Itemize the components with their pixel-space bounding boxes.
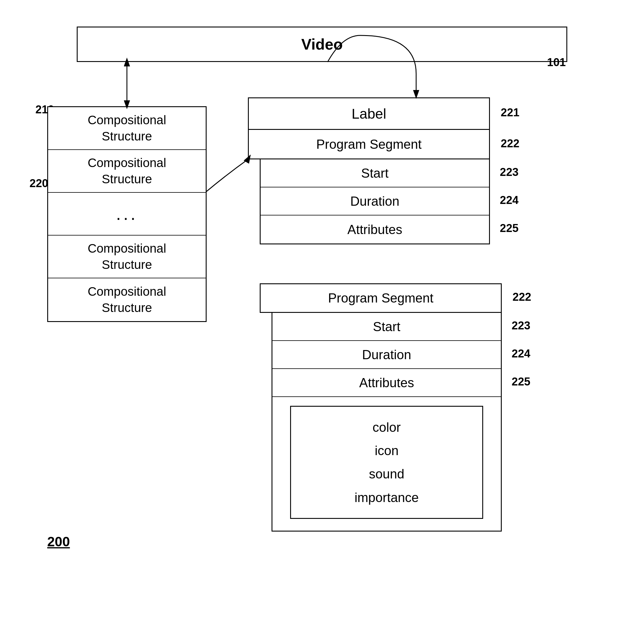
- cs-row-4: CompositionalStructure: [48, 278, 206, 321]
- ref-222-1: 222: [501, 137, 519, 150]
- attr-sound: sound: [297, 462, 476, 486]
- video-box: Video: [77, 27, 567, 62]
- cs-row-dots: ...: [48, 193, 206, 236]
- ref-221: 221: [501, 106, 519, 119]
- attr-importance: importance: [297, 486, 476, 509]
- cs-dots: ...: [116, 204, 138, 224]
- cs-text-1: CompositionalStructure: [88, 112, 166, 144]
- label-section: Label 221: [248, 97, 490, 130]
- ref-225-2: 225: [512, 375, 530, 388]
- ps2-duration: Duration: [362, 347, 411, 362]
- ps2-fields: Start 223 Duration 224 Attributes 225 co…: [272, 313, 502, 532]
- ps2-start: Start: [373, 319, 401, 334]
- ps2-header-wrapper: Program Segment 222: [260, 283, 502, 313]
- ref-222-2: 222: [513, 291, 531, 303]
- ref-223-1: 223: [500, 166, 519, 179]
- ps1-attributes: Attributes: [347, 222, 402, 237]
- cs-text-4: CompositionalStructure: [88, 284, 166, 316]
- right-structure: Label 221 Program Segment 222 Start 223 …: [248, 97, 490, 244]
- ref-220-label: 220: [30, 177, 48, 190]
- ps1-attributes-row: Attributes 225: [261, 215, 489, 243]
- cs-text-2: CompositionalStructure: [88, 155, 166, 187]
- attributes-list: color icon sound importance: [297, 416, 476, 509]
- attr-color: color: [297, 416, 476, 439]
- ps2-header-text: Program Segment: [328, 291, 433, 305]
- cs-row-1: CompositionalStructure: [48, 107, 206, 150]
- ref-224-1: 224: [500, 194, 519, 207]
- video-label: Video: [301, 35, 343, 53]
- ps1-header-text: Program Segment: [316, 137, 421, 152]
- attributes-inner-box: color icon sound importance: [290, 406, 483, 519]
- ps2-start-row: Start 223: [272, 313, 501, 341]
- ps2-header: Program Segment: [260, 283, 502, 313]
- ps2-attributes-header: Attributes: [272, 369, 501, 397]
- cs-row-2: CompositionalStructure: [48, 150, 206, 193]
- ref-223-2: 223: [512, 319, 530, 332]
- ref-225-1: 225: [500, 222, 519, 235]
- ref-200-label: 200: [47, 534, 70, 550]
- ref-101: 101: [547, 56, 566, 69]
- diagram: Video 101 210 220 CompositionalStructure…: [18, 18, 626, 626]
- cs-row-3: CompositionalStructure: [48, 236, 206, 278]
- ref-224-2: 224: [512, 347, 530, 360]
- ps1-duration: Duration: [350, 194, 399, 209]
- ps2-block: Program Segment 222 Start 223 Duration 2…: [260, 283, 502, 532]
- ps2-attributes-section: Attributes 225 color icon sound importan…: [272, 369, 501, 519]
- cs-text-3: CompositionalStructure: [88, 241, 166, 273]
- ps1-duration-row: Duration 224: [261, 187, 489, 215]
- ps1-start-row: Start 223: [261, 159, 489, 187]
- ps1-fields: Start 223 Duration 224 Attributes 225: [260, 159, 490, 244]
- ps1-start: Start: [361, 166, 389, 181]
- left-stack: CompositionalStructure CompositionalStru…: [47, 106, 207, 322]
- label-text: Label: [352, 106, 386, 122]
- ps1-header: Program Segment: [248, 130, 490, 159]
- ps2-duration-row: Duration 224: [272, 341, 501, 369]
- ps2-attributes-text: Attributes: [359, 375, 414, 390]
- label-box: Label: [248, 97, 490, 130]
- ps1-header-wrapper: Program Segment 222: [248, 130, 490, 159]
- ps1-block: Program Segment 222 Start 223 Duration 2…: [248, 130, 490, 244]
- attr-icon: icon: [297, 439, 476, 462]
